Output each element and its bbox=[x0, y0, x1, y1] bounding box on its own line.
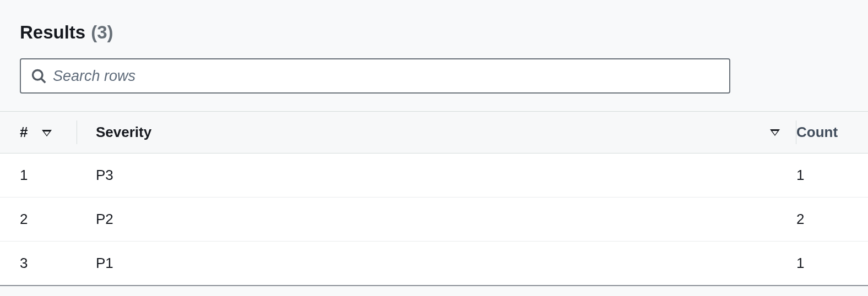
filter-icon[interactable] bbox=[42, 130, 52, 136]
table-row[interactable]: 3 P1 1 bbox=[0, 242, 868, 286]
search-icon bbox=[31, 68, 46, 84]
table-header: # Severity Count bbox=[0, 112, 868, 154]
cell-severity: P2 bbox=[77, 198, 796, 242]
filter-icon[interactable] bbox=[770, 129, 780, 136]
table-row[interactable]: 1 P3 1 bbox=[0, 154, 868, 198]
column-count-label: Count bbox=[796, 124, 838, 140]
results-panel: Results (3) # Severity bbox=[0, 0, 868, 286]
search-box[interactable] bbox=[20, 58, 730, 94]
search-input[interactable] bbox=[53, 68, 719, 85]
table-row[interactable]: 2 P2 2 bbox=[0, 198, 868, 242]
page-title: Results (3) bbox=[20, 22, 848, 43]
cell-num: 1 bbox=[0, 154, 77, 198]
column-severity-label: Severity bbox=[96, 124, 151, 140]
column-header-count[interactable]: Count bbox=[796, 112, 868, 154]
column-num-label: # bbox=[20, 124, 28, 140]
search-container bbox=[0, 58, 868, 94]
cell-num: 3 bbox=[0, 242, 77, 286]
title-text: Results bbox=[20, 22, 85, 43]
cell-count: 1 bbox=[796, 242, 868, 286]
table-body: 1 P3 1 2 P2 2 3 P1 1 bbox=[0, 154, 868, 286]
cell-count: 1 bbox=[796, 154, 868, 198]
panel-header: Results (3) bbox=[0, 22, 868, 43]
cell-count: 2 bbox=[796, 198, 868, 242]
cell-severity: P3 bbox=[77, 154, 796, 198]
column-header-severity[interactable]: Severity bbox=[77, 112, 796, 154]
title-count: (3) bbox=[91, 22, 113, 43]
cell-severity: P1 bbox=[77, 242, 796, 286]
column-header-num[interactable]: # bbox=[0, 112, 77, 154]
results-table: # Severity Count 1 P3 1 bbox=[0, 111, 868, 286]
svg-point-0 bbox=[33, 70, 43, 80]
svg-line-1 bbox=[41, 79, 45, 83]
cell-num: 2 bbox=[0, 198, 77, 242]
